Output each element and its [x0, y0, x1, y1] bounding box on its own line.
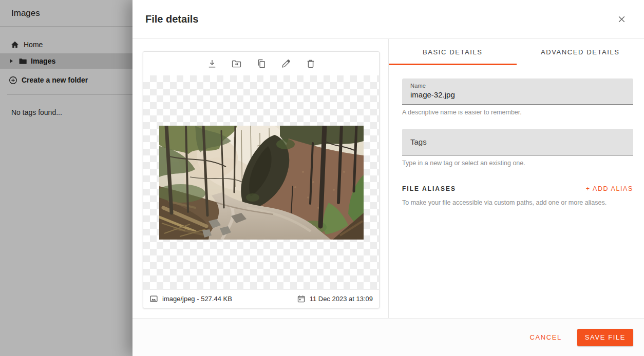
drawer-title: File details — [145, 13, 198, 25]
download-button[interactable] — [207, 58, 217, 69]
duplicate-icon — [256, 58, 267, 69]
name-input[interactable] — [410, 90, 625, 99]
tab-basic-details[interactable]: BASIC DETAILS — [389, 39, 517, 65]
trash-icon — [306, 58, 316, 69]
save-file-button[interactable]: SAVE FILE — [577, 329, 633, 346]
edit-button[interactable] — [281, 58, 291, 69]
add-alias-button[interactable]: + ADD ALIAS — [586, 185, 633, 192]
drawer-footer: CANCEL SAVE FILE — [132, 318, 644, 356]
drawer-header: File details — [132, 0, 644, 39]
file-type-size-text: image/jpeg - 527.44 KB — [162, 295, 232, 303]
delete-button[interactable] — [306, 58, 316, 69]
tags-field[interactable]: Tags — [402, 129, 633, 155]
tab-advanced-details[interactable]: ADVANCED DETAILS — [517, 39, 644, 65]
photo-forest-road — [159, 126, 364, 240]
file-details-drawer: File details — [132, 0, 644, 356]
file-meta-bar: image/jpeg - 527.44 KB 11 Dec 2023 at 13… — [143, 289, 379, 308]
cancel-button[interactable]: CANCEL — [527, 329, 563, 345]
move-to-folder-button[interactable] — [232, 58, 242, 69]
name-helper-text: A descriptive name is easier to remember… — [402, 109, 633, 116]
duplicate-button[interactable] — [256, 58, 267, 69]
calendar-icon — [297, 294, 306, 303]
details-tabs: BASIC DETAILS ADVANCED DETAILS — [389, 39, 644, 65]
download-icon — [207, 58, 217, 69]
file-aliases-heading: FILE ALIASES — [402, 185, 456, 192]
image-file-icon — [149, 294, 158, 303]
close-button[interactable] — [613, 11, 630, 27]
file-date-text: 11 Dec 2023 at 13:09 — [310, 295, 373, 303]
preview-card: image/jpeg - 527.44 KB 11 Dec 2023 at 13… — [143, 51, 380, 308]
file-toolbar — [143, 52, 379, 75]
move-to-folder-icon — [231, 58, 242, 69]
tags-field-label: Tags — [410, 137, 427, 146]
preview-pane: image/jpeg - 527.44 KB 11 Dec 2023 at 13… — [132, 39, 389, 318]
aliases-helper-text: To make your file accessible via custom … — [402, 199, 633, 206]
basic-details-form: Name A descriptive name is easier to rem… — [389, 65, 644, 206]
file-date: 11 Dec 2023 at 13:09 — [297, 294, 373, 303]
name-field[interactable]: Name — [402, 78, 633, 105]
transparency-checkerboard — [143, 75, 379, 289]
close-icon — [617, 15, 626, 24]
name-field-label: Name — [410, 83, 625, 89]
tags-helper-text: Type in a new tag or select an existing … — [402, 160, 633, 167]
file-aliases-section: FILE ALIASES + ADD ALIAS — [402, 185, 633, 192]
file-type-size: image/jpeg - 527.44 KB — [149, 294, 232, 303]
details-form-pane: BASIC DETAILS ADVANCED DETAILS Name A de… — [389, 39, 644, 318]
edit-pencil-icon — [281, 58, 291, 69]
